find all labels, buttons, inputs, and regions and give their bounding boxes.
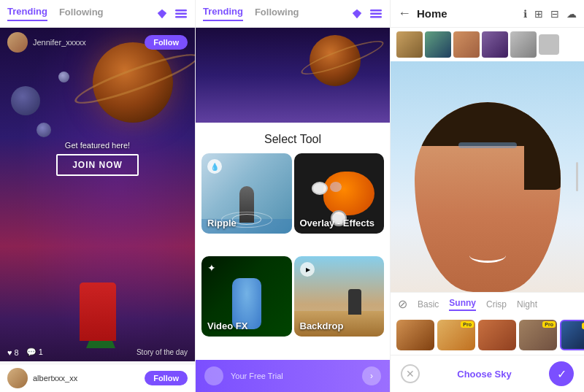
tab-following-p2[interactable]: Following — [255, 7, 299, 20]
svg-rect-5 — [370, 9, 382, 12]
main-edit-image — [391, 61, 584, 292]
story-card: Jennifer_xxxxx Follow Get featured here!… — [0, 28, 195, 392]
tool-backdrop-label: Backdrop — [300, 320, 344, 331]
story-of-day-label: Story of the day — [137, 348, 188, 356]
filter-tab-sunny[interactable]: Sunny — [449, 298, 476, 311]
featured-label: Get featured here! — [25, 141, 171, 150]
tool-overlay-label: Overlay - Effects — [300, 218, 375, 228]
editor-header: ← Home ℹ ⊞ ⊟ ☁ — [391, 0, 584, 28]
user-row-bottom: albertxxx_xx Follow — [0, 364, 195, 392]
adjustment-slider-bar[interactable] — [576, 162, 578, 191]
panel-trending-left: Trending Following — [0, 0, 195, 392]
thumbnail-2[interactable] — [425, 31, 451, 58]
tool-videofx-label: Video FX — [207, 320, 247, 331]
cancel-icon-btn[interactable]: ✕ — [401, 364, 420, 383]
page-title: Home — [417, 7, 518, 20]
story-bottom-bar: ♥ 8 💬 1 Story of the day — [0, 345, 195, 360]
p2-bot-logo-icon — [204, 366, 223, 385]
confirm-check-button[interactable]: ✓ — [549, 361, 574, 386]
hair-side — [524, 102, 561, 190]
filter-thumb-3[interactable] — [478, 320, 516, 350]
planet-small-3 — [58, 72, 69, 82]
tool-ripple[interactable]: 💧 Ripple — [201, 153, 292, 234]
thumbnail-3[interactable] — [453, 31, 480, 58]
join-now-button[interactable]: JOIN NOW — [56, 154, 139, 176]
filter-tab-basic[interactable]: Basic — [418, 299, 439, 310]
diamond-icon[interactable] — [155, 7, 169, 20]
follow-button-1[interactable]: Follow — [145, 35, 188, 50]
planet-small-2 — [36, 123, 51, 137]
tab-trending-left[interactable]: Trending — [7, 6, 47, 21]
filter-thumb-1[interactable] — [396, 320, 434, 350]
tool-videofx[interactable]: ✦ Video FX — [201, 256, 292, 337]
svg-rect-1 — [175, 9, 187, 12]
back-icon[interactable]: ← — [398, 6, 411, 21]
sparkle-icon: ✦ — [207, 262, 216, 274]
filter-preview-row: Pro Pro Pro — [391, 315, 584, 355]
thumbnail-4[interactable] — [482, 31, 508, 58]
filter-tab-night[interactable]: Night — [517, 299, 537, 310]
tab-trending-p2[interactable]: Trending — [203, 6, 243, 21]
svg-rect-7 — [370, 16, 382, 18]
tab-icons-p2 — [350, 7, 383, 20]
username2-label: albertxxx_xx — [33, 374, 145, 383]
svg-rect-6 — [370, 12, 382, 15]
svg-rect-3 — [175, 16, 187, 18]
select-tool-title: Select Tool — [196, 123, 390, 153]
avatar-user1 — [7, 32, 28, 53]
backdrop-figure — [348, 289, 361, 315]
svg-marker-0 — [158, 9, 166, 18]
filter-thumb-5-selected[interactable]: Pro — [560, 320, 584, 350]
choose-sky-label: Choose Sky — [427, 369, 542, 380]
portrait-subject — [415, 102, 561, 292]
thumbnail-5[interactable] — [510, 31, 537, 58]
panel-tools: Trending Following Select Tool — [195, 0, 390, 392]
diamond-icon-p2[interactable] — [350, 7, 364, 20]
smile-feature — [469, 248, 506, 263]
tab-icons-left — [155, 7, 188, 20]
thumbnail-6[interactable] — [539, 34, 559, 55]
info-icon[interactable]: ℹ — [523, 8, 527, 20]
p2-free-trial-text: Your Free Trial — [231, 372, 355, 380]
filter-thumb-2[interactable]: Pro — [437, 320, 475, 350]
filter-tabs-row: ⊘ Basic Sunny Crisp Night — [391, 292, 584, 315]
overlay-goggles-2 — [330, 182, 342, 192]
menu-icon-p2[interactable] — [369, 7, 383, 20]
p2-bottom-bar: Your Free Trial › — [196, 360, 390, 392]
overlay-fish — [323, 172, 374, 215]
story-background — [0, 28, 195, 392]
header-action-icons: ℹ ⊞ ⊟ ☁ — [523, 8, 577, 20]
sunglasses-on-head — [458, 142, 517, 148]
planet-small-1 — [11, 86, 40, 115]
svg-marker-4 — [353, 9, 361, 18]
layers-icon[interactable]: ⊞ — [534, 8, 543, 20]
overlay-goggles-1 — [312, 182, 328, 195]
tool-backdrop[interactable]: ▶ Backdrop — [294, 256, 385, 337]
thumbnail-strip — [391, 28, 584, 61]
heart-icon[interactable]: ♥ 8 — [7, 348, 19, 357]
svg-rect-2 — [175, 12, 187, 15]
tab-bar-left: Trending Following — [0, 0, 195, 28]
username-label: Jennifer_xxxxx — [33, 38, 145, 47]
save-icon[interactable]: ⊟ — [550, 8, 559, 20]
user-row-top: Jennifer_xxxxx Follow — [0, 28, 195, 57]
avatar-user2 — [7, 368, 28, 388]
pro-badge-1: Pro — [461, 321, 474, 328]
comment-icon[interactable]: 💬 1 — [26, 347, 43, 357]
follow-button-2[interactable]: Follow — [145, 371, 188, 385]
cloud-icon[interactable]: ☁ — [566, 8, 577, 20]
tool-overlay[interactable]: Overlay - Effects — [294, 153, 385, 234]
no-filter-icon[interactable]: ⊘ — [398, 297, 407, 311]
menu-icon[interactable] — [174, 7, 188, 20]
tools-grid: 💧 Ripple Overlay - Effects ✦ Video FX — [196, 153, 390, 357]
engagement-row: ♥ 8 💬 1 — [7, 347, 43, 357]
filter-tab-crisp[interactable]: Crisp — [486, 299, 507, 310]
p2-arrow-icon[interactable]: › — [362, 366, 381, 385]
thumbnail-1[interactable] — [396, 31, 423, 58]
pro-badge-2: Pro — [542, 321, 556, 328]
tab-bar-panel2: Trending Following — [196, 0, 390, 28]
editor-bottom-bar: ✕ Choose Sky ✓ — [391, 355, 584, 392]
story-preview-p2 — [196, 28, 390, 123]
filter-thumb-4[interactable]: Pro — [519, 320, 557, 350]
tab-following-left[interactable]: Following — [59, 7, 104, 20]
